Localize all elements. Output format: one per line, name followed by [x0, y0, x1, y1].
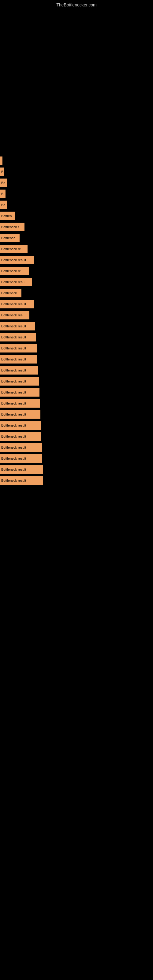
- bar-row: Bottleneck re: [0, 244, 153, 254]
- bar-fill: Bottleneck re: [0, 245, 27, 253]
- bar-fill: Bottleneck result: [0, 333, 36, 342]
- bar-row: Bo: [0, 200, 153, 210]
- bar-row: Bottleneck result: [0, 365, 153, 375]
- bar-row: Bottleneck re: [0, 266, 153, 276]
- bar-row: Bottleneck result: [0, 398, 153, 409]
- bar-fill: Bottleneck result: [0, 322, 35, 331]
- bar-row: Bottleneck resu: [0, 277, 153, 287]
- bar-fill: Bo: [0, 178, 7, 187]
- bar-row: Bottleneck: [0, 288, 153, 298]
- bottleneck-bars: BBoBBoBottlenBottleneck rBottlenecBottle…: [0, 156, 153, 486]
- bar-row: Bottleneck result: [0, 376, 153, 387]
- bar-fill: Bottleneck resu: [0, 278, 32, 286]
- bar-row: Bottlenec: [0, 233, 153, 243]
- bar-fill: Bottlenec: [0, 234, 19, 242]
- bar-row: Bottleneck result: [0, 475, 153, 486]
- bar-fill: Bottleneck: [0, 289, 21, 298]
- bar-fill: Bottleneck result: [0, 344, 37, 353]
- bar-fill: Bo: [0, 200, 7, 209]
- bar-fill: Bottleneck result: [0, 410, 40, 418]
- bar-fill: Bottleneck result: [0, 366, 38, 375]
- bar-row: Bottleneck result: [0, 442, 153, 453]
- bar-row: B: [0, 189, 153, 199]
- bar-row: Bottleneck res: [0, 310, 153, 320]
- bar-row: Bo: [0, 178, 153, 188]
- bar-fill: B: [0, 167, 4, 176]
- bar-row: [0, 156, 153, 166]
- bar-fill: Bottleneck result: [0, 399, 40, 407]
- bar-fill: Bottleneck res: [0, 311, 29, 320]
- bar-fill: Bottleneck result: [0, 432, 41, 441]
- bar-fill: Bottleneck result: [0, 388, 40, 396]
- bar-fill: Bottleneck result: [0, 300, 34, 309]
- bar-fill: Bottleneck result: [0, 454, 42, 463]
- bar-fill: Bottleneck r: [0, 223, 24, 231]
- bar-fill: Bottleneck re: [0, 267, 29, 275]
- bar-fill: [0, 156, 2, 165]
- chart-area: [0, 9, 153, 156]
- bar-fill: Bottleneck result: [0, 443, 42, 452]
- bar-row: B: [0, 167, 153, 177]
- bar-row: Bottleneck r: [0, 222, 153, 232]
- bar-row: Bottleneck result: [0, 431, 153, 442]
- bar-fill: Bottleneck result: [0, 476, 43, 485]
- bar-row: Bottleneck result: [0, 332, 153, 342]
- bar-row: Bottleneck result: [0, 420, 153, 431]
- bar-row: Bottleneck result: [0, 299, 153, 309]
- bar-fill: Bottleneck result: [0, 465, 43, 474]
- bar-row: Bottleneck result: [0, 387, 153, 398]
- bar-fill: Bottleneck result: [0, 355, 37, 364]
- bar-row: Bottleneck result: [0, 453, 153, 464]
- site-title: TheBottlenecker.com: [0, 0, 153, 9]
- bar-fill: B: [0, 189, 5, 198]
- bar-row: Bottleneck result: [0, 409, 153, 420]
- bar-row: Bottlen: [0, 211, 153, 221]
- bar-fill: Bottlen: [0, 212, 15, 220]
- bar-row: Bottleneck result: [0, 464, 153, 475]
- bar-row: Bottleneck result: [0, 354, 153, 364]
- bar-fill: Bottleneck result: [0, 256, 33, 264]
- bar-fill: Bottleneck result: [0, 377, 39, 385]
- bar-row: Bottleneck result: [0, 343, 153, 353]
- bar-row: Bottleneck result: [0, 321, 153, 331]
- bar-fill: Bottleneck result: [0, 421, 41, 430]
- bar-row: Bottleneck result: [0, 255, 153, 265]
